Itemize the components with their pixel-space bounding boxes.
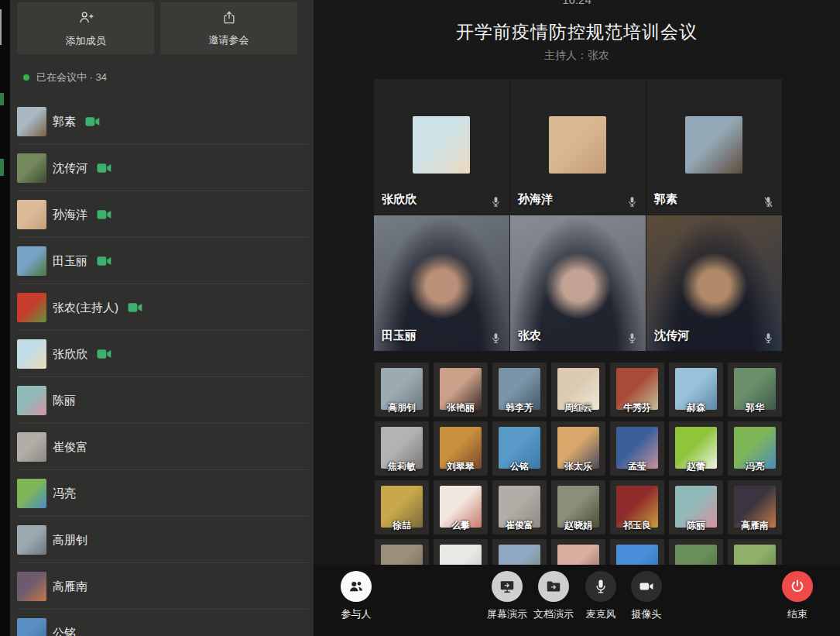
participant-name: 沈传河 [53, 161, 87, 176]
participant-row[interactable]: 沈传河 [10, 145, 314, 191]
edge-fragment [0, 159, 4, 176]
participant-avatar [17, 432, 46, 462]
mic-icon [626, 332, 639, 345]
participant-row[interactable]: 高雁南 [10, 563, 314, 610]
thumbnail-grid: 高朋钊张艳丽韩李芳周红云牛秀芬郝森郭华焦莉敏刘翠翠公铭张太乐孟莹赵蕾冯亮徐喆么攀… [375, 363, 782, 593]
participant-row[interactable]: 张欣欣 [10, 331, 314, 377]
featured-video-tile[interactable]: 张欣欣 [374, 79, 509, 215]
featured-name: 沈传河 [654, 328, 689, 343]
featured-avatar [685, 116, 742, 174]
doc-share-icon [538, 571, 569, 602]
participant-row[interactable]: 郭素 [10, 98, 314, 145]
thumbnail-tile[interactable]: 么攀 [434, 480, 488, 535]
add-member-button[interactable]: 添加成员 [17, 2, 154, 54]
participant-row[interactable]: 冯亮 [10, 470, 314, 517]
thumbnail-tile[interactable]: 陈丽 [669, 480, 723, 535]
participants-button[interactable]: 参与人 [324, 571, 389, 621]
participant-row[interactable]: 高朋钊 [10, 517, 314, 563]
meeting-main-area: 16:24 开学前疫情防控规范培训会议 主持人：张农 张欣欣 孙海洋 郭素 田玉… [314, 0, 840, 636]
participant-avatar [17, 200, 46, 229]
featured-name: 郭素 [654, 192, 677, 207]
camera-on-icon [97, 256, 111, 266]
thumbnail-name: 徐喆 [375, 519, 429, 532]
participant-row[interactable]: 田玉丽 [10, 238, 314, 284]
thumbnail-tile[interactable]: 崔俊富 [492, 480, 547, 535]
participant-row[interactable]: 崔俊富 [10, 424, 314, 470]
status-dot [23, 74, 29, 81]
thumbnail-tile[interactable]: 孟莹 [610, 421, 664, 476]
thumbnail-tile[interactable]: 高雁南 [728, 480, 782, 535]
participant-row[interactable]: 孙海洋 [10, 191, 314, 238]
participants-sidebar: 添加成员 邀请参会 已在会议中 · 34 郭素沈传河孙海洋田玉丽张农(主持人)张… [10, 0, 314, 636]
thumbnail-tile[interactable]: 郭华 [728, 363, 782, 417]
camera-on-icon [128, 302, 142, 313]
thumbnail-tile[interactable]: 郝森 [669, 363, 723, 417]
featured-video-tile[interactable]: 孙海洋 [510, 79, 646, 215]
thumbnail-tile[interactable]: 周红云 [551, 363, 605, 417]
thumbnail-name: 冯亮 [728, 460, 782, 473]
participant-list: 郭素沈传河孙海洋田玉丽张农(主持人)张欣欣陈丽崔俊富冯亮高朋钊高雁南公铭 [10, 98, 314, 636]
camera-on-icon [97, 349, 111, 359]
participant-name: 公铭 [53, 626, 76, 636]
featured-video-tile[interactable]: 郭素 [646, 79, 782, 215]
person-plus-icon [77, 9, 94, 29]
featured-video-grid: 张欣欣 孙海洋 郭素 田玉丽 张农 沈传河 [374, 79, 782, 351]
camera-label: 摄像头 [614, 607, 679, 621]
thumbnail-tile[interactable]: 公铭 [492, 421, 547, 476]
featured-avatar [413, 116, 470, 174]
microphone-icon [585, 571, 616, 602]
thumbnail-tile[interactable]: 徐喆 [375, 480, 429, 535]
camera-button[interactable]: 摄像头 [614, 571, 679, 621]
thumbnail-tile[interactable]: 祁玉良 [610, 480, 664, 535]
thumbnail-name: 张太乐 [551, 460, 605, 473]
window-edge-strip [0, 0, 10, 636]
featured-video-tile[interactable]: 张农 [510, 215, 646, 351]
participant-avatar [17, 479, 46, 508]
thumbnail-tile[interactable]: 赵蕾 [669, 421, 723, 476]
featured-video-tile[interactable]: 田玉丽 [374, 215, 509, 351]
thumbnail-tile[interactable]: 赵晓娟 [551, 480, 605, 535]
share-icon [221, 10, 237, 28]
thumbnail-name: 么攀 [434, 519, 488, 532]
in-meeting-status: 已在会议中 · 34 [23, 70, 107, 85]
participant-name: 冯亮 [53, 486, 76, 501]
invite-label: 邀请参会 [209, 33, 249, 47]
camera-on-icon [85, 116, 100, 127]
participant-row[interactable]: 公铭 [10, 610, 314, 636]
thumbnail-tile[interactable]: 张太乐 [551, 421, 605, 476]
thumbnail-name: 高朋钊 [375, 401, 429, 414]
thumbnail-name: 祁玉良 [610, 519, 664, 532]
featured-avatar [549, 116, 606, 174]
thumbnail-tile[interactable]: 张艳丽 [434, 363, 488, 417]
thumbnail-tile[interactable]: 刘翠翠 [434, 421, 488, 476]
thumbnail-name: 崔俊富 [492, 519, 547, 532]
invite-button[interactable]: 邀请参会 [160, 2, 297, 54]
camera-icon [631, 571, 662, 602]
participants-label: 参与人 [324, 607, 389, 621]
participant-row[interactable]: 张农(主持人) [10, 284, 314, 331]
edge-fragment [0, 93, 4, 105]
thumbnail-name: 郭华 [728, 401, 782, 414]
thumbnail-tile[interactable]: 冯亮 [728, 421, 782, 476]
host-line: 主持人：张农 [314, 49, 840, 63]
featured-video-tile[interactable]: 沈传河 [646, 215, 782, 351]
thumbnail-tile[interactable]: 牛秀芬 [610, 363, 664, 417]
mic-icon [489, 195, 502, 208]
status-label: 已在会议中 · 34 [36, 70, 107, 84]
participant-name: 崔俊富 [53, 440, 87, 455]
end-meeting-button[interactable]: 结束 [765, 571, 830, 621]
thumbnail-name: 焦莉敏 [375, 460, 429, 473]
participant-avatar [17, 107, 46, 136]
participant-avatar [17, 386, 46, 415]
thumbnail-name: 孟莹 [610, 460, 664, 473]
thumbnail-tile[interactable]: 焦莉敏 [375, 421, 429, 476]
thumbnail-tile[interactable]: 韩李芳 [492, 363, 547, 417]
thumbnail-tile[interactable]: 高朋钊 [375, 363, 429, 417]
participant-avatar [17, 153, 46, 183]
participant-row[interactable]: 陈丽 [10, 377, 314, 424]
mic-icon [626, 195, 639, 208]
thumbnail-name: 牛秀芬 [610, 401, 664, 414]
camera-on-icon [97, 163, 111, 174]
meeting-title: 开学前疫情防控规范培训会议 [314, 20, 840, 44]
participant-avatar [17, 246, 46, 276]
